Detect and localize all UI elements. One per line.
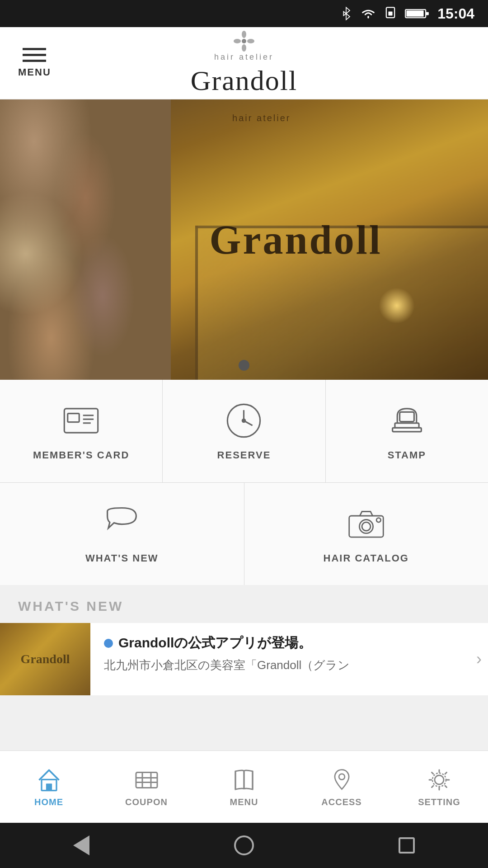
pin-icon bbox=[328, 766, 355, 793]
nav-access[interactable]: ACCESS bbox=[293, 751, 390, 823]
svg-point-25 bbox=[376, 518, 380, 522]
back-icon bbox=[73, 835, 89, 855]
logo-icon bbox=[233, 30, 255, 52]
nav-coupon[interactable]: COUPON bbox=[98, 751, 195, 823]
nav-menu[interactable]: MENU bbox=[195, 751, 293, 823]
android-recents-button[interactable] bbox=[393, 832, 420, 859]
stamp-icon bbox=[386, 400, 427, 441]
svg-rect-28 bbox=[136, 772, 157, 788]
grid-menu: MEMBER'S CARD RESERVE bbox=[0, 380, 488, 585]
nav-setting[interactable]: SETTING bbox=[390, 751, 488, 823]
app-header: MENU hair atelier Grandoll bbox=[0, 27, 488, 99]
menu-label: MENU bbox=[18, 66, 51, 78]
news-title: Grandollの公式アプリが登場。 bbox=[118, 634, 312, 652]
news-dot bbox=[104, 639, 113, 648]
speech-bubble-icon bbox=[102, 503, 142, 544]
hair-catalog-button[interactable]: HAIR CATALOG bbox=[244, 483, 488, 585]
svg-point-18 bbox=[243, 419, 245, 422]
news-item[interactable]: Grandoll Grandollの公式アプリが登場。 北九州市小倉北区の美容室… bbox=[0, 623, 488, 695]
svg-point-35 bbox=[339, 774, 345, 779]
home-nav-icon bbox=[234, 835, 254, 855]
logo-subtitle: hair atelier bbox=[214, 52, 274, 62]
svg-rect-21 bbox=[392, 428, 421, 432]
bluetooth-icon bbox=[340, 6, 352, 21]
logo-area: hair atelier Grandoll bbox=[191, 30, 297, 97]
news-content: Grandollの公式アプリが登場。 北九州市小倉北区の美容室「Grandoll… bbox=[90, 623, 470, 695]
bottom-navigation: HOME COUPON MENU bbox=[0, 750, 488, 823]
nav-setting-label: SETTING bbox=[418, 797, 460, 807]
hero-logo-main: Grandoll bbox=[210, 217, 382, 263]
members-card-button[interactable]: MEMBER'S CARD bbox=[0, 380, 163, 482]
logo-title: Grandoll bbox=[191, 65, 297, 97]
menu-button[interactable]: MENU bbox=[18, 48, 51, 78]
stamp-label: STAMP bbox=[388, 449, 426, 462]
android-navigation bbox=[0, 823, 488, 868]
wifi-icon bbox=[361, 7, 376, 20]
home-icon bbox=[35, 766, 62, 793]
svg-rect-1 bbox=[389, 11, 393, 15]
hamburger-icon bbox=[23, 48, 46, 62]
svg-point-36 bbox=[435, 775, 444, 784]
status-bar: 15:04 bbox=[0, 0, 488, 27]
svg-point-7 bbox=[242, 44, 246, 52]
stamp-button[interactable]: STAMP bbox=[326, 380, 488, 482]
svg-rect-10 bbox=[64, 408, 98, 432]
grid-row-1: MEMBER'S CARD RESERVE bbox=[0, 380, 488, 483]
gear-icon bbox=[426, 766, 453, 793]
coupon-icon bbox=[133, 766, 160, 793]
clock-icon bbox=[224, 400, 264, 441]
members-card-label: MEMBER'S CARD bbox=[33, 449, 129, 462]
book-icon bbox=[230, 766, 258, 793]
svg-rect-3 bbox=[407, 10, 424, 17]
svg-point-9 bbox=[247, 39, 254, 43]
svg-rect-4 bbox=[426, 12, 429, 15]
hair-catalog-label: HAIR CATALOG bbox=[324, 552, 409, 565]
whats-new-section-title: WHAT'S NEW bbox=[0, 585, 488, 623]
svg-point-24 bbox=[362, 522, 371, 531]
nav-access-label: ACCESS bbox=[321, 797, 361, 807]
nav-home[interactable]: HOME bbox=[0, 751, 98, 823]
nav-coupon-label: COUPON bbox=[125, 797, 168, 807]
news-thumb-text: Grandoll bbox=[21, 652, 70, 666]
carousel-dot bbox=[239, 360, 249, 371]
hero-logo-sub: hair atelier bbox=[232, 113, 291, 123]
status-icons: 15:04 bbox=[340, 5, 474, 22]
svg-rect-27 bbox=[46, 783, 52, 790]
battery-icon bbox=[405, 7, 429, 20]
whats-new-section: WHAT'S NEW Grandoll Grandollの公式アプリが登場。 北… bbox=[0, 585, 488, 750]
svg-point-5 bbox=[242, 39, 246, 43]
svg-rect-20 bbox=[399, 412, 414, 421]
nav-menu-label: MENU bbox=[230, 797, 258, 807]
reserve-label: RESERVE bbox=[217, 449, 271, 462]
news-arrow-icon: › bbox=[470, 623, 488, 695]
svg-point-8 bbox=[234, 39, 241, 43]
svg-point-6 bbox=[242, 31, 246, 38]
camera-icon bbox=[346, 503, 386, 544]
whats-new-button[interactable]: WHAT'S NEW bbox=[0, 483, 244, 585]
svg-rect-11 bbox=[68, 413, 80, 422]
news-description: 北九州市小倉北区の美容室「Grandoll（グラン bbox=[104, 657, 456, 673]
grid-row-2: WHAT'S NEW HAIR CATALOG bbox=[0, 483, 488, 585]
hero-image: hair atelier Grandoll bbox=[0, 99, 488, 380]
nav-home-label: HOME bbox=[34, 797, 63, 807]
status-time: 15:04 bbox=[437, 5, 474, 22]
id-card-icon bbox=[61, 400, 102, 441]
reserve-button[interactable]: RESERVE bbox=[163, 380, 325, 482]
sim-icon bbox=[384, 6, 397, 21]
whats-new-label: WHAT'S NEW bbox=[85, 552, 159, 565]
recents-icon bbox=[399, 837, 415, 854]
news-thumbnail: Grandoll bbox=[0, 623, 90, 695]
android-back-button[interactable] bbox=[68, 832, 95, 859]
android-home-button[interactable] bbox=[230, 832, 258, 859]
